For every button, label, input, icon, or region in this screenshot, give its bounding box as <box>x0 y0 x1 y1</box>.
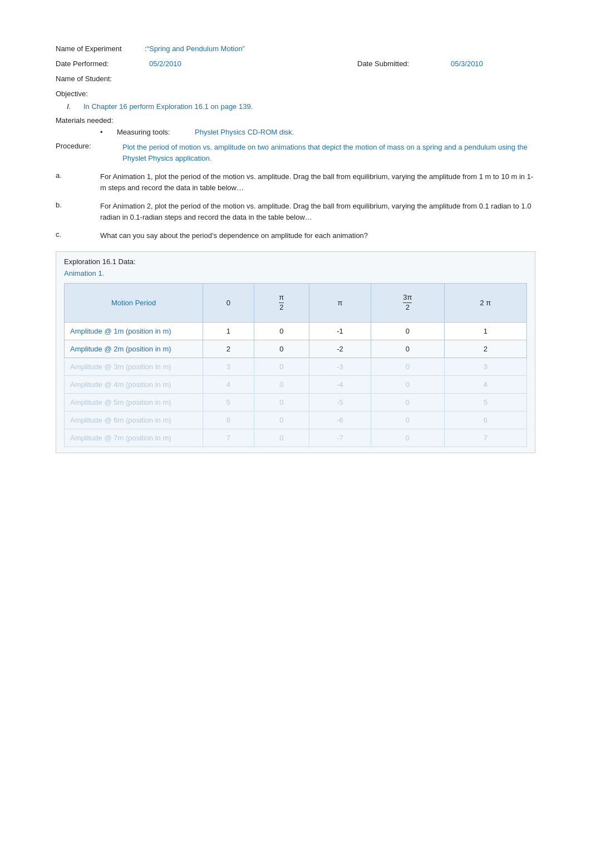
procedure-row: Procedure: Plot the period of motion vs.… <box>56 142 535 163</box>
objective-num: I. <box>67 102 83 111</box>
cell-5-4: 6 <box>444 411 526 429</box>
cell-6-0: 7 <box>203 429 254 447</box>
row-label: Amplitude @ 7m (position in m) <box>65 429 203 447</box>
experiment-value: “Spring and Pendulum Motion” <box>147 44 245 53</box>
procedure-label: Procedure: <box>56 142 122 163</box>
col-4-header: 2 π <box>444 283 526 322</box>
date-performed-value: 05/2/2010 <box>149 59 181 68</box>
table-row: Amplitude @ 2m (position in m)20-202 <box>65 340 527 358</box>
col-2-header: π <box>309 283 371 322</box>
cell-2-0: 3 <box>203 358 254 375</box>
row-label: Amplitude @ 6m (position in m) <box>65 411 203 429</box>
objective-text: In Chapter 16 perform Exploration 16.1 o… <box>83 102 253 111</box>
cell-3-4: 4 <box>444 375 526 393</box>
paragraph-b: b. For Animation 2, plot the period of t… <box>56 201 535 222</box>
cell-5-0: 6 <box>203 411 254 429</box>
materials-row: • Measuring tools: Physlet Physics CD-RO… <box>100 128 535 136</box>
cell-4-4: 5 <box>444 393 526 411</box>
tool-value: Physlet Physics CD-ROM disk. <box>195 128 294 136</box>
cell-3-0: 4 <box>203 375 254 393</box>
col-0-header: 0 <box>203 283 254 322</box>
cell-6-4: 7 <box>444 429 526 447</box>
motion-period-header: Motion Period <box>65 283 203 322</box>
cell-1-1: 0 <box>254 340 309 358</box>
date-submitted-label: Date Submitted: <box>357 59 446 68</box>
row-label: Amplitude @ 1m (position in m) <box>65 322 203 340</box>
cell-5-2: -6 <box>309 411 371 429</box>
exploration-title: Exploration 16.1 Data: <box>64 257 527 266</box>
objective-item: I. In Chapter 16 perform Exploration 16.… <box>67 102 535 111</box>
cell-0-3: 0 <box>371 322 444 340</box>
cell-4-1: 0 <box>254 393 309 411</box>
cell-0-1: 0 <box>254 322 309 340</box>
animation-title: Animation 1. <box>64 269 527 277</box>
bullet-icon: • <box>100 128 117 136</box>
cell-0-2: -1 <box>309 322 371 340</box>
para-text-c: What can you say about the period’s depe… <box>100 230 535 241</box>
paragraphs-container: a. For Animation 1, plot the period of t… <box>56 171 535 241</box>
paragraph-c: c. What can you say about the period’s d… <box>56 230 535 241</box>
materials-label: Materials needed: <box>56 116 535 125</box>
table-row: Amplitude @ 5m (position in m)50-505 <box>65 393 527 411</box>
cell-6-3: 0 <box>371 429 444 447</box>
table-row: Amplitude @ 6m (position in m)60-606 <box>65 411 527 429</box>
table-row: Amplitude @ 1m (position in m)10-101 <box>65 322 527 340</box>
row-label: Amplitude @ 2m (position in m) <box>65 340 203 358</box>
cell-3-3: 0 <box>371 375 444 393</box>
cell-1-3: 0 <box>371 340 444 358</box>
cell-3-2: -4 <box>309 375 371 393</box>
cell-5-1: 0 <box>254 411 309 429</box>
cell-1-4: 2 <box>444 340 526 358</box>
cell-6-1: 0 <box>254 429 309 447</box>
para-text-a: For Animation 1, plot the period of the … <box>100 171 535 193</box>
para-label-b: b. <box>56 201 100 222</box>
experiment-name-row: Name of Experiment : “Spring and Pendulu… <box>56 44 535 53</box>
cell-4-2: -5 <box>309 393 371 411</box>
date-performed-group: Date Performed: 05/2/2010 <box>56 59 357 68</box>
table-row: Amplitude @ 3m (position in m)30-303 <box>65 358 527 375</box>
cell-4-0: 5 <box>203 393 254 411</box>
date-performed-label: Date Performed: <box>56 59 145 68</box>
cell-6-2: -7 <box>309 429 371 447</box>
table-row: Amplitude @ 7m (position in m)70-707 <box>65 429 527 447</box>
cell-2-4: 3 <box>444 358 526 375</box>
cell-1-0: 2 <box>203 340 254 358</box>
student-label: Name of Student: <box>56 75 145 83</box>
cell-2-3: 0 <box>371 358 444 375</box>
cell-5-3: 0 <box>371 411 444 429</box>
cell-2-2: -3 <box>309 358 371 375</box>
dates-row: Date Performed: 05/2/2010 Date Submitted… <box>56 59 535 68</box>
cell-0-0: 1 <box>203 322 254 340</box>
cell-4-3: 0 <box>371 393 444 411</box>
table-body: Amplitude @ 1m (position in m)10-101Ampl… <box>65 322 527 447</box>
date-submitted-value: 05/3/2010 <box>451 59 483 68</box>
para-label-a: a. <box>56 171 100 193</box>
col-1-header: π 2 <box>254 283 309 322</box>
row-label: Amplitude @ 4m (position in m) <box>65 375 203 393</box>
row-label: Amplitude @ 5m (position in m) <box>65 393 203 411</box>
objective-label: Objective: <box>56 90 535 98</box>
cell-1-2: -2 <box>309 340 371 358</box>
row-label: Amplitude @ 3m (position in m) <box>65 358 203 375</box>
para-label-c: c. <box>56 230 100 241</box>
col-3-header: 3π 2 <box>371 283 444 322</box>
student-name-row: Name of Student: <box>56 75 535 83</box>
date-submitted-group: Date Submitted: 05/3/2010 <box>357 59 535 68</box>
experiment-label: Name of Experiment <box>56 44 145 53</box>
paragraph-a: a. For Animation 1, plot the period of t… <box>56 171 535 193</box>
exploration-box: Exploration 16.1 Data: Animation 1. Moti… <box>56 251 535 453</box>
para-text-b: For Animation 2, plot the period of the … <box>100 201 535 222</box>
cell-0-4: 1 <box>444 322 526 340</box>
table-row: Amplitude @ 4m (position in m)40-404 <box>65 375 527 393</box>
procedure-text: Plot the period of motion vs. amplitude … <box>122 142 535 163</box>
table-header-row: Motion Period 0 π 2 π 3π 2 2 π <box>65 283 527 322</box>
tool-label: Measuring tools: <box>117 128 195 136</box>
cell-3-1: 0 <box>254 375 309 393</box>
cell-2-1: 0 <box>254 358 309 375</box>
data-table: Motion Period 0 π 2 π 3π 2 2 π <box>64 283 527 447</box>
